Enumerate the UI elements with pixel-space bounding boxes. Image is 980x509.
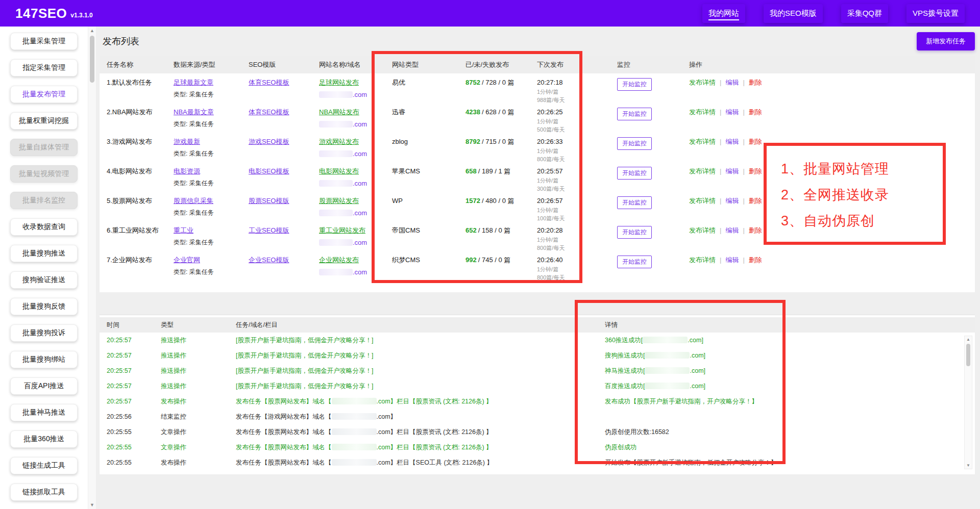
sidebar-item[interactable]: 指定采集管理 <box>10 59 78 77</box>
sidebar-item[interactable]: 批量搜狗绑站 <box>10 351 78 368</box>
sidebar-item[interactable]: 链接生成工具 <box>10 457 78 474</box>
start-monitor-button[interactable]: 开始监控 <box>617 137 652 150</box>
seo-template-link[interactable]: 工业SEO模版 <box>249 226 289 234</box>
delete-link[interactable]: 删除 <box>749 256 762 264</box>
redacted-domain <box>319 269 353 275</box>
sidebar-item[interactable]: 百度API推送 <box>10 377 78 395</box>
delete-link[interactable]: 删除 <box>749 167 762 175</box>
scroll-up-icon[interactable]: ▲ <box>966 337 970 342</box>
log-text: 伪原创成功 <box>605 444 637 451</box>
source-link[interactable]: 游戏最新 <box>174 138 200 145</box>
site-name-link[interactable]: 企业网站发布 <box>319 256 359 264</box>
log-text: 发布任务【股票网站发布】域名【 <box>236 398 332 405</box>
sidebar-item[interactable]: 收录数据查询 <box>10 218 78 236</box>
sidebar-item[interactable]: 批量发布管理 <box>10 86 78 103</box>
scroll-down-icon[interactable]: ▼ <box>966 463 970 468</box>
sidebar-item[interactable]: 批量搜狗反馈 <box>10 298 78 315</box>
site-name-link[interactable]: 足球网站发布 <box>319 79 359 86</box>
nav-item[interactable]: 采集QQ群 <box>841 4 888 23</box>
seo-template-link[interactable]: 游戏SEO模板 <box>249 138 289 145</box>
delete-link[interactable]: 删除 <box>749 197 762 205</box>
start-monitor-button[interactable]: 开始监控 <box>617 226 652 239</box>
edit-link[interactable]: 编辑 <box>725 197 739 205</box>
sidebar-item[interactable]: 批量搜狗推送 <box>10 245 78 262</box>
cms-type: 帝国CMS <box>392 226 465 235</box>
table-row: 7.企业网站发布 企业官网 类型: 采集任务 企业SEO模版 企业网站发布 .c… <box>100 251 975 281</box>
publish-detail-link[interactable]: 发布详情 <box>689 138 716 145</box>
app-logo: 147SEO <box>15 6 67 21</box>
publish-detail-link[interactable]: 发布详情 <box>689 167 716 175</box>
column-header: 操作 <box>689 60 975 69</box>
log-type: 推送操作 <box>161 382 236 391</box>
source-link[interactable]: 股票信息采集 <box>174 197 213 205</box>
sidebar-scrollbar[interactable]: ▲ ▼ <box>88 27 96 509</box>
site-name-link[interactable]: 电影网站发布 <box>319 167 359 175</box>
cms-type: 易优 <box>392 78 465 87</box>
source-link[interactable]: 重工业 <box>174 226 193 234</box>
next-publish: 20:20:28 1分钟/篇 800篇/每天 <box>537 226 617 251</box>
scroll-down-icon[interactable]: ▼ <box>90 502 94 508</box>
sidebar-item[interactable]: 批量360推送 <box>10 430 78 448</box>
site-name-link[interactable]: 重工业网站发布 <box>319 226 365 234</box>
seo-template-link[interactable]: 企业SEO模版 <box>249 256 289 264</box>
publish-detail-link[interactable]: 发布详情 <box>689 108 716 116</box>
edit-link[interactable]: 编辑 <box>725 79 739 86</box>
nav-item[interactable]: 我的网站 <box>702 4 745 23</box>
column-header: 下次发布 <box>537 60 617 69</box>
delete-link[interactable]: 删除 <box>749 108 762 116</box>
source-link[interactable]: 企业官网 <box>174 256 200 264</box>
log-text: .com】栏目【股票资讯 (文档: 2126条) 】 <box>377 398 493 405</box>
edit-link[interactable]: 编辑 <box>725 108 739 116</box>
sidebar-item[interactable]: 批量搜狗投诉 <box>10 324 78 342</box>
nav-item[interactable]: VPS拨号设置 <box>906 4 965 23</box>
source-link[interactable]: 电影资源 <box>174 167 200 175</box>
start-monitor-button[interactable]: 开始监控 <box>617 108 652 120</box>
sidebar-item[interactable]: 批量权重词挖掘 <box>10 112 78 130</box>
top-nav: 我的网站我的SEO模版采集QQ群VPS拨号设置 <box>702 4 965 23</box>
site-name-link[interactable]: 股票网站发布 <box>319 197 359 205</box>
next-publish: 20:27:18 1分钟/篇 988篇/每天 <box>537 78 617 103</box>
redacted-domain <box>332 398 377 404</box>
redacted-domain <box>332 459 377 466</box>
log-row: 20:25:55 文章操作 发布任务【股票网站发布】域名【.com】栏目【股票资… <box>100 424 975 440</box>
source-link[interactable]: 足球最新文章 <box>174 79 213 86</box>
delete-link[interactable]: 删除 <box>749 226 762 234</box>
table-row: 1.默认发布任务 足球最新文章 类型: 采集任务 体育SEO模板 足球网站发布 … <box>100 73 975 103</box>
start-monitor-button[interactable]: 开始监控 <box>617 256 652 268</box>
start-monitor-button[interactable]: 开始监控 <box>617 78 652 91</box>
edit-link[interactable]: 编辑 <box>725 256 739 264</box>
publish-detail-link[interactable]: 发布详情 <box>689 256 716 264</box>
seo-template-link[interactable]: 体育SEO模板 <box>249 79 289 86</box>
scroll-up-icon[interactable]: ▲ <box>90 28 94 34</box>
sidebar-item[interactable]: 批量神马推送 <box>10 404 78 421</box>
seo-template-link[interactable]: 体育SEO模板 <box>249 108 289 116</box>
edit-link[interactable]: 编辑 <box>725 167 739 175</box>
log-scrollbar[interactable]: ▲ ▼ <box>964 336 972 469</box>
add-publish-task-button[interactable]: 新增发布任务 <box>917 32 975 50</box>
log-task: 发布任务【股票网站发布】域名【.com】栏目【SEO工具 (文档: 2126条)… <box>236 459 605 467</box>
sidebar-item[interactable]: 搜狗验证推送 <box>10 271 78 289</box>
start-monitor-button[interactable]: 开始监控 <box>617 167 652 180</box>
redacted-domain <box>645 383 690 389</box>
site-name-link[interactable]: NBA网站发布 <box>319 108 359 116</box>
scrollbar-thumb[interactable] <box>90 36 94 83</box>
source-type: 类型: 采集任务 <box>174 90 249 99</box>
seo-template-link[interactable]: 股票SEO模版 <box>249 197 289 205</box>
publish-detail-link[interactable]: 发布详情 <box>689 197 716 205</box>
seo-template-link[interactable]: 电影SEO模板 <box>249 167 289 175</box>
delete-link[interactable]: 删除 <box>749 79 762 86</box>
delete-link[interactable]: 删除 <box>749 138 762 145</box>
nav-item[interactable]: 我的SEO模版 <box>764 4 823 23</box>
site-name-link[interactable]: 游戏网站发布 <box>319 138 359 145</box>
redacted-domain <box>319 121 353 128</box>
edit-link[interactable]: 编辑 <box>725 138 739 145</box>
cms-type: 迅睿 <box>392 108 465 116</box>
publish-detail-link[interactable]: 发布详情 <box>689 226 716 234</box>
sidebar-item[interactable]: 链接抓取工具 <box>10 483 78 501</box>
scrollbar-thumb[interactable] <box>966 344 970 366</box>
start-monitor-button[interactable]: 开始监控 <box>617 196 652 209</box>
sidebar-item[interactable]: 批量采集管理 <box>10 33 78 50</box>
edit-link[interactable]: 编辑 <box>725 226 739 234</box>
source-link[interactable]: NBA最新文章 <box>174 108 214 116</box>
publish-detail-link[interactable]: 发布详情 <box>689 79 716 86</box>
